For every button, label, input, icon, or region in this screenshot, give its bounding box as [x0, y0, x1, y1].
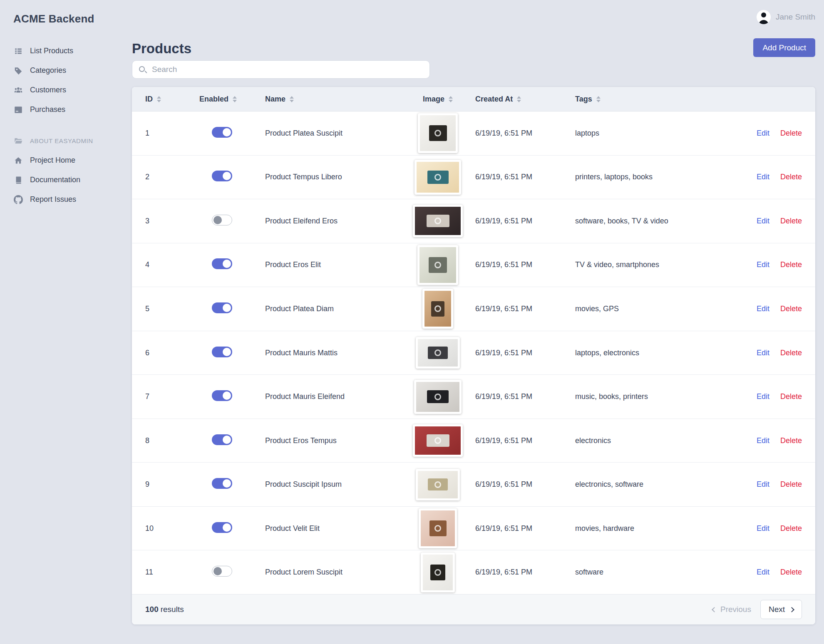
toggle-knob	[223, 128, 231, 136]
row-id: 9	[145, 480, 199, 489]
created-at: 6/19/19, 6:51 PM	[475, 129, 575, 138]
column-header-created-at[interactable]: Created At	[475, 95, 575, 104]
user-menu[interactable]: Jane Smith	[757, 10, 815, 24]
enabled-toggle[interactable]	[212, 215, 232, 225]
table-row: 4 Product Eros Elit 6/19/19, 6:51 PM TV …	[132, 243, 815, 287]
product-name: Product Mauris Mattis	[265, 349, 400, 357]
sidebar-item-project-home[interactable]: Project Home	[0, 151, 132, 170]
created-at: 6/19/19, 6:51 PM	[475, 260, 575, 269]
delete-link[interactable]: Delete	[780, 260, 802, 269]
toggle-knob	[213, 216, 222, 224]
product-name: Product Platea Suscipit	[265, 129, 400, 138]
delete-link[interactable]: Delete	[780, 436, 802, 445]
sort-icon[interactable]	[233, 96, 237, 102]
edit-link[interactable]: Edit	[757, 349, 769, 357]
column-header-label: Name	[265, 95, 285, 104]
sidebar-item-label: Customers	[30, 86, 66, 94]
row-id: 8	[145, 436, 199, 445]
sidebar-section-about: ABOUT EASYADMIN Project Home Documentati…	[0, 131, 132, 209]
sort-icon[interactable]	[596, 96, 601, 102]
sidebar-section-label: ABOUT EASYADMIN	[30, 137, 93, 144]
edit-link[interactable]: Edit	[757, 260, 769, 269]
delete-link[interactable]: Delete	[780, 217, 802, 225]
edit-link[interactable]: Edit	[757, 129, 769, 138]
edit-link[interactable]: Edit	[757, 217, 769, 225]
sort-icon[interactable]	[290, 96, 294, 102]
product-image	[414, 380, 462, 414]
add-product-button[interactable]: Add Product	[753, 38, 815, 57]
toggle-knob	[223, 304, 231, 312]
enabled-toggle[interactable]	[212, 171, 232, 181]
delete-link[interactable]: Delete	[780, 305, 802, 313]
camera-icon	[427, 390, 449, 404]
delete-link[interactable]: Delete	[780, 524, 802, 533]
search-input[interactable]	[132, 60, 430, 79]
table-footer: 100results Previous Next	[132, 594, 815, 624]
column-header-id[interactable]: ID	[145, 95, 199, 104]
column-header-enabled[interactable]: Enabled	[199, 95, 265, 104]
delete-link[interactable]: Delete	[780, 480, 802, 489]
delete-link[interactable]: Delete	[780, 392, 802, 401]
product-image	[413, 424, 463, 457]
sidebar-section-header: ABOUT EASYADMIN	[0, 131, 132, 151]
created-at: 6/19/19, 6:51 PM	[475, 568, 575, 577]
toggle-knob	[223, 260, 231, 268]
table-row: 6 Product Mauris Mattis 6/19/19, 6:51 PM…	[132, 331, 815, 375]
delete-link[interactable]: Delete	[780, 568, 802, 577]
column-header-image[interactable]: Image	[400, 95, 475, 104]
enabled-toggle[interactable]	[212, 127, 232, 138]
table-body: 1 Product Platea Suscipit 6/19/19, 6:51 …	[132, 111, 815, 594]
users-icon	[13, 85, 23, 95]
toggle-knob	[213, 567, 222, 575]
row-id: 7	[145, 392, 199, 401]
edit-link[interactable]: Edit	[757, 524, 769, 533]
table-row: 9 Product Suscipit Ipsum 6/19/19, 6:51 P…	[132, 463, 815, 507]
row-id: 5	[145, 305, 199, 313]
enabled-toggle[interactable]	[212, 478, 232, 489]
tags: electronics	[575, 436, 719, 445]
edit-link[interactable]: Edit	[757, 568, 769, 577]
delete-link[interactable]: Delete	[780, 173, 802, 181]
sidebar-nav-main: List Products Categories Customers Purch…	[0, 41, 132, 119]
sort-icon[interactable]	[157, 96, 161, 102]
delete-link[interactable]: Delete	[780, 349, 802, 357]
sidebar-item-report-issues[interactable]: Report Issues	[0, 190, 132, 209]
sidebar: ACME Backend List Products Categories Cu…	[0, 0, 132, 209]
tags: movies, hardware	[575, 524, 719, 533]
folder-icon	[13, 136, 23, 146]
sort-icon[interactable]	[449, 96, 453, 102]
toggle-knob	[223, 348, 231, 356]
enabled-toggle[interactable]	[212, 258, 232, 269]
edit-link[interactable]: Edit	[757, 305, 769, 313]
enabled-toggle[interactable]	[212, 347, 232, 357]
table-row: 10 Product Velit Elit 6/19/19, 6:51 PM m…	[132, 507, 815, 551]
product-image	[413, 205, 463, 237]
enabled-toggle[interactable]	[212, 522, 232, 533]
column-header-name[interactable]: Name	[265, 95, 400, 104]
edit-link[interactable]: Edit	[757, 480, 769, 489]
sort-icon[interactable]	[517, 96, 521, 102]
sidebar-item-list-products[interactable]: List Products	[0, 41, 132, 61]
sidebar-item-label: Report Issues	[30, 195, 76, 204]
created-at: 6/19/19, 6:51 PM	[475, 480, 575, 489]
previous-page-button[interactable]: Previous	[712, 605, 751, 614]
enabled-toggle[interactable]	[212, 434, 232, 445]
enabled-toggle[interactable]	[212, 390, 232, 401]
product-name: Product Lorem Suscipit	[265, 568, 400, 577]
edit-link[interactable]: Edit	[757, 173, 769, 181]
table-row: 3 Product Eleifend Eros 6/19/19, 6:51 PM…	[132, 199, 815, 243]
sidebar-item-purchases[interactable]: Purchases	[0, 100, 132, 119]
edit-link[interactable]: Edit	[757, 436, 769, 445]
sidebar-item-categories[interactable]: Categories	[0, 61, 132, 80]
sidebar-item-customers[interactable]: Customers	[0, 80, 132, 100]
product-image	[418, 113, 458, 153]
chevron-right-icon	[789, 607, 794, 612]
delete-link[interactable]: Delete	[780, 129, 802, 138]
sidebar-item-documentation[interactable]: Documentation	[0, 170, 132, 190]
enabled-toggle[interactable]	[212, 566, 232, 577]
edit-link[interactable]: Edit	[757, 392, 769, 401]
column-header-tags[interactable]: Tags	[575, 95, 719, 104]
next-page-button[interactable]: Next	[760, 600, 802, 619]
tag-icon	[13, 66, 23, 76]
enabled-toggle[interactable]	[212, 302, 232, 313]
